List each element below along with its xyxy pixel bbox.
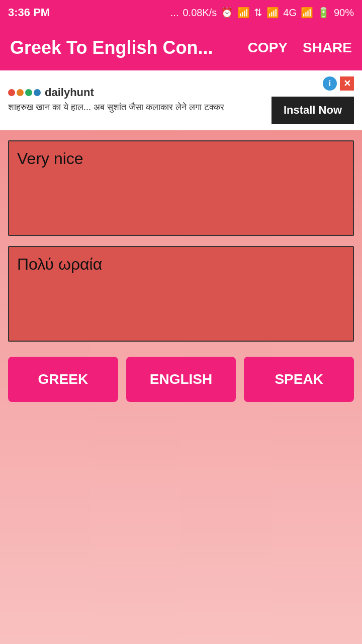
greek-button[interactable]: GREEK bbox=[8, 357, 118, 402]
ad-info-button[interactable]: i bbox=[323, 76, 337, 91]
ad-banner: dailyhunt शाहरुख खान का ये हाल... अब सुश… bbox=[0, 70, 362, 130]
ad-logo: dailyhunt bbox=[8, 86, 272, 99]
dot-green bbox=[25, 89, 32, 96]
main-content: Very nice Πολύ ωραία bbox=[0, 130, 362, 352]
status-icons: ... 0.08K/s ⏰ 📶 ⇅ 📶 4G 📶 🔋 90% bbox=[170, 7, 354, 19]
dot-red bbox=[8, 89, 15, 96]
signal-icon-2: 📶 bbox=[301, 7, 313, 19]
app-header: Greek To English Con... COPY SHARE bbox=[0, 25, 362, 70]
english-output-text: Very nice bbox=[17, 149, 83, 168]
wifi-icon: 📶 bbox=[237, 7, 250, 19]
battery-icon: 🔋 bbox=[317, 7, 330, 19]
greek-output-box: Πολύ ωραία bbox=[8, 246, 354, 342]
battery-percent: 90% bbox=[334, 7, 354, 19]
ad-brand-name: dailyhunt bbox=[45, 86, 94, 99]
network-label: 4G bbox=[283, 7, 297, 19]
alarm-icon: ⏰ bbox=[221, 7, 233, 19]
copy-button[interactable]: COPY bbox=[248, 40, 288, 56]
ad-text: शाहरुख खान का ये हाल... अब सुशांत जैसा क… bbox=[8, 101, 272, 114]
time-display: 3:36 PM bbox=[8, 6, 50, 19]
share-button[interactable]: SHARE bbox=[303, 40, 352, 56]
dailyhunt-dots bbox=[8, 89, 41, 96]
ad-content: dailyhunt शाहरुख खान का ये हाल... अब सुश… bbox=[8, 86, 272, 114]
ad-close-info: i ✕ bbox=[323, 76, 354, 91]
app-title: Greek To English Con... bbox=[10, 37, 213, 58]
english-button[interactable]: ENGLISH bbox=[126, 357, 236, 402]
ad-right: i ✕ Install Now bbox=[272, 76, 354, 124]
english-output-box: Very nice bbox=[8, 140, 354, 236]
status-bar: 3:36 PM ... 0.08K/s ⏰ 📶 ⇅ 📶 4G 📶 🔋 90% bbox=[0, 0, 362, 25]
signal-icon: 📶 bbox=[266, 7, 279, 19]
install-now-button[interactable]: Install Now bbox=[272, 97, 354, 124]
speak-button[interactable]: SPEAK bbox=[244, 357, 354, 402]
greek-output-text: Πολύ ωραία bbox=[17, 255, 102, 273]
header-actions: COPY SHARE bbox=[248, 40, 352, 56]
ad-close-button[interactable]: ✕ bbox=[340, 76, 354, 91]
signal-dots: ... bbox=[170, 7, 179, 19]
dot-blue bbox=[34, 89, 41, 96]
speed-display: 0.08K/s bbox=[183, 7, 217, 19]
data-arrows-icon: ⇅ bbox=[254, 7, 262, 19]
action-buttons: GREEK ENGLISH SPEAK bbox=[0, 352, 362, 407]
dot-orange bbox=[17, 89, 24, 96]
